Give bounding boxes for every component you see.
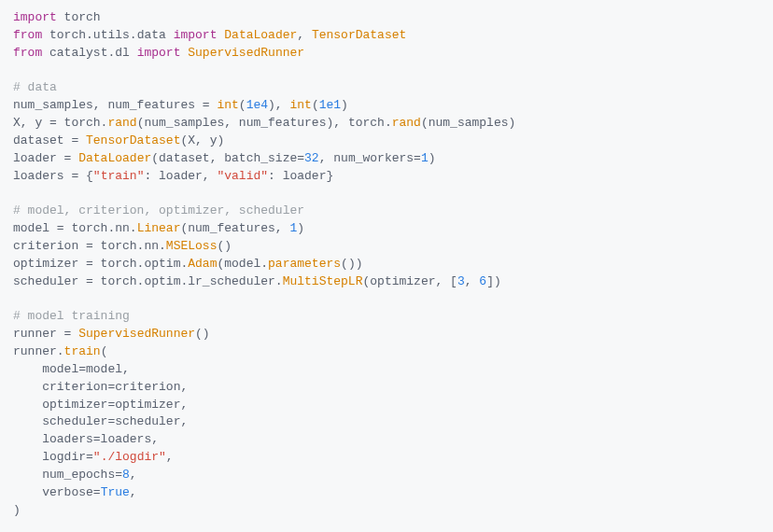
number: 1: [421, 151, 429, 165]
number: 32: [304, 151, 319, 165]
comment: # data: [13, 80, 57, 94]
text: (: [312, 98, 319, 112]
class-name: DataLoader: [224, 28, 297, 42]
text: scheduler=scheduler,: [13, 414, 188, 428]
string: "train": [93, 169, 145, 183]
text: (model.: [217, 257, 268, 271]
text: runner =: [13, 327, 78, 341]
text: loaders=loaders,: [13, 432, 159, 446]
class-name: DataLoader: [78, 151, 151, 165]
text: ): [13, 503, 21, 517]
text: scheduler = torch.optim.lr_scheduler.: [13, 274, 283, 288]
class-name: SupervisedRunner: [78, 327, 195, 341]
builtin: int: [217, 98, 238, 112]
text: logdir=: [13, 450, 93, 464]
class-name: SupervisedRunner: [188, 46, 304, 60]
number: 1e4: [246, 98, 268, 112]
class-name: MultiStepLR: [283, 274, 363, 288]
class-name: Linear: [137, 221, 181, 235]
text: ]): [486, 274, 501, 288]
keyword: import: [13, 10, 57, 24]
text: torch: [57, 10, 101, 24]
text: num_samples, num_features =: [13, 98, 217, 112]
text: model = torch.nn.: [13, 221, 137, 235]
text: ,: [130, 485, 137, 499]
text: ,: [166, 450, 174, 464]
text: ): [341, 98, 348, 112]
text: (): [217, 239, 232, 253]
text: (X, y): [180, 133, 224, 147]
fn: rand: [107, 116, 136, 130]
text: (optimizer, [: [362, 274, 457, 288]
fn: train: [64, 344, 101, 358]
text: ),: [268, 98, 289, 112]
class-name: TensorDataset: [312, 28, 406, 42]
number: 8: [122, 468, 130, 482]
class-name: Adam: [188, 257, 217, 271]
text: (num_samples, num_features), torch.: [137, 116, 392, 130]
text: verbose=: [13, 485, 101, 499]
text: (dataset, batch_size=: [151, 151, 304, 165]
text: runner.: [13, 344, 64, 358]
number: 1e1: [319, 98, 341, 112]
class-name: TensorDataset: [86, 133, 180, 147]
text: ): [429, 151, 436, 165]
bool: True: [101, 485, 130, 499]
string: "./logdir": [93, 450, 166, 464]
text: (: [239, 98, 246, 112]
comment: # model, criterion, optimizer, scheduler: [13, 203, 304, 217]
text: optimizer=optimizer,: [13, 398, 188, 412]
text: : loader,: [144, 169, 217, 183]
text: optimizer = torch.optim.: [13, 257, 188, 271]
number: 6: [479, 274, 486, 288]
text: criterion=criterion,: [13, 380, 188, 394]
text: num_epochs=: [13, 468, 122, 482]
text: criterion = torch.nn.: [13, 239, 166, 253]
text: X, y = torch.: [13, 116, 107, 130]
text: loader =: [13, 151, 78, 165]
text: loaders = {: [13, 169, 93, 183]
class-name: MSELoss: [166, 239, 218, 253]
text: : loader}: [268, 169, 333, 183]
text: ,: [297, 28, 312, 42]
text: (num_features,: [180, 221, 289, 235]
text: (: [101, 344, 108, 358]
text: dataset =: [13, 133, 86, 147]
string: "valid": [217, 169, 268, 183]
text: torch.utils.data: [42, 28, 173, 42]
number: 3: [457, 274, 465, 288]
text: ,: [465, 274, 480, 288]
text: model=model,: [13, 362, 130, 376]
keyword: import: [174, 28, 218, 42]
text: catalyst.dl: [42, 46, 136, 60]
comment: # model training: [13, 309, 130, 323]
text: , num_workers=: [319, 151, 421, 165]
text: ): [297, 221, 304, 235]
code-block: import torch from torch.utils.data impor…: [13, 9, 760, 519]
text: ()): [341, 257, 362, 271]
builtin: int: [289, 98, 311, 112]
fn: rand: [392, 116, 421, 130]
text: (): [195, 327, 210, 341]
keyword: import: [137, 46, 181, 60]
keyword: from: [13, 46, 42, 60]
text: ,: [130, 468, 137, 482]
text: (num_samples): [421, 116, 515, 130]
fn: parameters: [268, 257, 341, 271]
keyword: from: [13, 28, 42, 42]
